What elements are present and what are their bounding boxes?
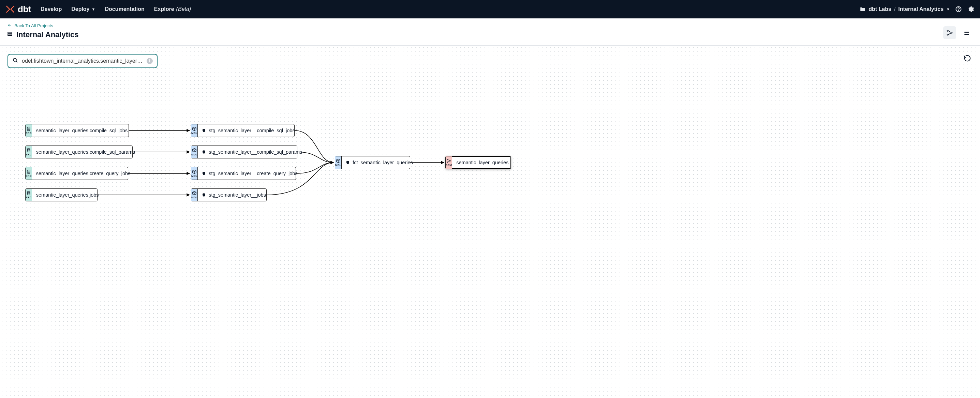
node-type-tag: MDL xyxy=(191,189,198,201)
info-icon[interactable]: i xyxy=(146,58,153,64)
arrow-left-icon xyxy=(7,23,12,28)
svg-point-19 xyxy=(27,149,30,150)
node-label: semantic_layer_queries.compile_sql_param… xyxy=(32,146,139,158)
search-box[interactable]: i xyxy=(8,54,158,68)
node-label: stg_semantic_layer__create_query_jobs xyxy=(198,167,301,179)
node-type-tag: SRC xyxy=(25,146,32,158)
svg-line-12 xyxy=(16,61,18,62)
stack-icon xyxy=(7,31,13,38)
svg-point-11 xyxy=(13,58,16,61)
shield-icon xyxy=(202,192,206,197)
node-label: stg_semantic_layer__jobs xyxy=(198,189,270,201)
shield-icon xyxy=(346,160,350,165)
project-row: Internal Analytics xyxy=(7,30,79,39)
top-nav: dbt Develop Deploy ▼ Documentation Explo… xyxy=(0,0,980,18)
node-mdl-fct-semantic-layer-queries[interactable]: MDL fct_semantic_layer_queries xyxy=(335,156,410,169)
node-type-tag: SEM xyxy=(445,156,452,169)
nav-explore-label: Explore xyxy=(154,6,174,12)
shield-icon xyxy=(202,128,206,133)
breadcrumb-org[interactable]: dbt Labs xyxy=(869,6,891,12)
nav-explore[interactable]: Explore (Beta) xyxy=(154,6,191,12)
svg-point-21 xyxy=(27,192,30,193)
nav-deploy[interactable]: Deploy ▼ xyxy=(71,6,95,12)
canvas-wrap: i xyxy=(0,46,980,398)
logo-word: dbt xyxy=(18,4,31,15)
back-to-projects-link[interactable]: Back To All Projects xyxy=(7,23,79,28)
node-label: semantic_layer_queries xyxy=(452,156,512,169)
node-label: semantic_layer_queries.compile_sql_jobs xyxy=(32,124,132,136)
chevron-down-icon: ▼ xyxy=(92,7,95,11)
top-nav-left: dbt Develop Deploy ▼ Documentation Explo… xyxy=(5,4,191,15)
nav-explore-beta: (Beta) xyxy=(176,6,191,12)
svg-rect-2 xyxy=(8,32,12,33)
node-mdl-stg-compile-sql-jobs[interactable]: MDL stg_semantic_layer__compile_sql_jobs xyxy=(191,124,294,137)
svg-point-22 xyxy=(447,159,448,160)
folder-icon xyxy=(860,6,866,12)
breadcrumb-project[interactable]: Internal Analytics xyxy=(898,6,943,12)
lineage-canvas[interactable]: i xyxy=(0,46,980,398)
svg-point-7 xyxy=(951,32,952,33)
node-type-tag: SRC xyxy=(25,167,32,179)
node-type-tag: MDL xyxy=(191,167,198,179)
svg-rect-4 xyxy=(8,35,12,36)
node-label: stg_semantic_layer__compile_sql_params xyxy=(198,146,306,158)
node-sem-semantic-layer-queries[interactable]: SEM semantic_layer_queries xyxy=(445,156,511,169)
svg-point-5 xyxy=(947,30,948,31)
node-mdl-stg-create-query-jobs[interactable]: MDL stg_semantic_layer__create_query_job… xyxy=(191,167,296,180)
node-src-compile-sql-params[interactable]: SRC semantic_layer_queries.compile_sql_p… xyxy=(25,146,133,159)
node-src-create-query-jobs[interactable]: SRC semantic_layer_queries.create_query_… xyxy=(25,167,128,180)
svg-point-20 xyxy=(27,170,30,171)
node-type-tag: MDL xyxy=(335,156,342,169)
search-icon xyxy=(12,57,18,65)
svg-point-24 xyxy=(450,160,450,161)
node-mdl-stg-jobs[interactable]: MDL stg_semantic_layer__jobs xyxy=(191,189,267,201)
sub-header-right xyxy=(943,26,973,39)
node-type-tag: MDL xyxy=(191,124,198,136)
search-input[interactable] xyxy=(22,58,143,64)
nav-deploy-label: Deploy xyxy=(71,6,89,12)
logo-mark-icon xyxy=(5,5,15,14)
svg-rect-3 xyxy=(8,34,12,35)
back-link-label: Back To All Projects xyxy=(14,23,53,28)
edges-layer xyxy=(0,46,980,398)
node-label: stg_semantic_layer__compile_sql_jobs xyxy=(198,124,299,136)
node-type-tag: SRC xyxy=(25,124,32,136)
reset-view-button[interactable] xyxy=(962,52,973,64)
sub-header-left: Back To All Projects Internal Analytics xyxy=(7,23,79,39)
node-label: semantic_layer_queries.create_query_jobs xyxy=(32,167,134,179)
node-mdl-stg-compile-sql-params[interactable]: MDL stg_semantic_layer__compile_sql_para… xyxy=(191,146,298,159)
sub-header: Back To All Projects Internal Analytics xyxy=(0,18,980,46)
project-title: Internal Analytics xyxy=(16,30,79,39)
node-type-tag: SRC xyxy=(25,189,32,201)
top-nav-right: dbt Labs / Internal Analytics ▼ xyxy=(860,5,975,13)
nav-develop[interactable]: Develop xyxy=(41,6,62,12)
shield-icon xyxy=(202,150,206,154)
node-label: fct_semantic_layer_queries xyxy=(342,156,417,169)
breadcrumb-sep: / xyxy=(894,6,896,12)
shield-icon xyxy=(202,171,206,176)
chevron-down-icon[interactable]: ▼ xyxy=(946,7,950,11)
node-type-tag: MDL xyxy=(191,146,198,158)
help-button[interactable] xyxy=(955,5,962,13)
svg-point-18 xyxy=(27,127,30,128)
settings-button[interactable] xyxy=(967,5,975,13)
nav-documentation[interactable]: Documentation xyxy=(105,6,144,12)
node-label: semantic_layer_queries.jobs xyxy=(32,189,103,201)
logo[interactable]: dbt xyxy=(5,4,31,15)
svg-point-6 xyxy=(947,34,948,35)
node-src-jobs[interactable]: SRC semantic_layer_queries.jobs xyxy=(25,189,97,201)
svg-point-23 xyxy=(447,162,448,163)
menu-button[interactable] xyxy=(960,26,973,39)
breadcrumb: dbt Labs / Internal Analytics ▼ xyxy=(860,6,950,12)
node-src-compile-sql-jobs[interactable]: SRC semantic_layer_queries.compile_sql_j… xyxy=(25,124,129,137)
lineage-view-button[interactable] xyxy=(943,26,956,39)
